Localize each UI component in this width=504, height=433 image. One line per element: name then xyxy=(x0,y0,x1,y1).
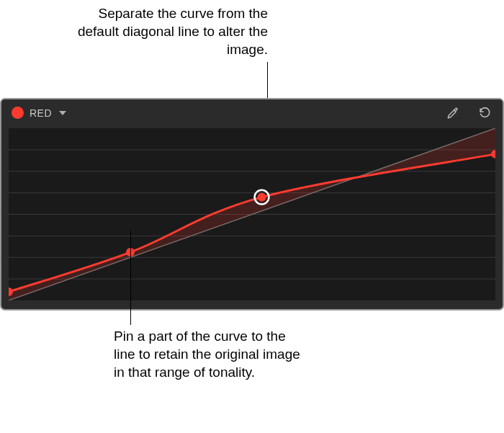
svg-point-10 xyxy=(258,193,266,202)
curves-panel-header: RED xyxy=(1,99,503,126)
leader-line-bottom xyxy=(130,231,131,325)
channel-dropdown-label[interactable]: RED xyxy=(30,107,52,119)
annotation-bottom: Pin a part of the curve to the line to r… xyxy=(114,327,301,381)
reset-icon[interactable] xyxy=(477,105,492,121)
annotation-top: Separate the curve from the default diag… xyxy=(66,4,268,58)
channel-color-swatch xyxy=(12,107,24,119)
eyedropper-icon[interactable] xyxy=(445,105,461,121)
curves-panel: RED xyxy=(0,98,504,311)
curve-grid[interactable] xyxy=(9,128,495,300)
chevron-down-icon[interactable] xyxy=(59,111,66,115)
curve-svg[interactable] xyxy=(9,128,495,300)
